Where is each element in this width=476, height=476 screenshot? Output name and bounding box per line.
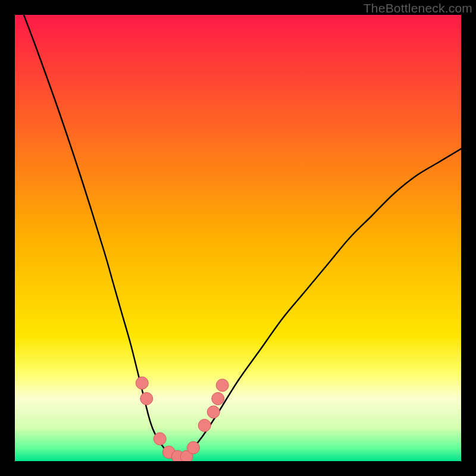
data-marker bbox=[154, 433, 166, 445]
heatmap-background bbox=[15, 15, 461, 461]
data-marker bbox=[216, 379, 228, 392]
data-marker bbox=[136, 377, 148, 389]
chart-plot-area bbox=[15, 15, 461, 461]
watermark-text: TheBottleneck.com bbox=[364, 1, 472, 15]
data-marker bbox=[140, 393, 153, 405]
chart-svg bbox=[15, 15, 461, 461]
data-marker bbox=[207, 406, 220, 418]
data-marker bbox=[212, 393, 224, 405]
data-marker bbox=[187, 441, 200, 454]
data-marker bbox=[198, 419, 211, 432]
